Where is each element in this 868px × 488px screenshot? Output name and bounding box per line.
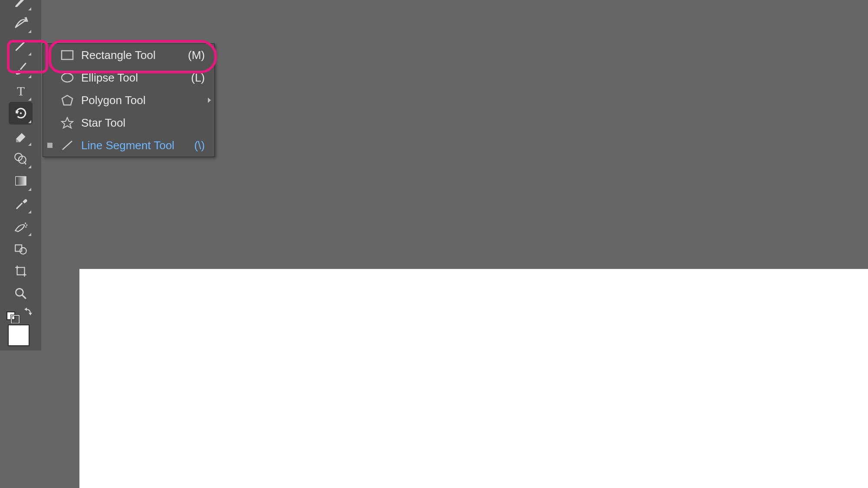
flyout-indicator-icon [28,7,31,10]
star-icon [59,117,75,129]
fill-swatch[interactable] [8,324,30,346]
svg-point-16 [16,288,23,296]
svg-line-0 [16,40,26,50]
artboard-tool[interactable] [9,260,33,282]
flyout-item-shortcut: (\) [179,139,214,152]
submenu-indicator-icon [208,98,211,103]
type-tool[interactable]: T [9,79,33,102]
flyout-indicator-icon [28,143,31,146]
flyout-indicator-icon [28,165,31,168]
rectangle-icon [59,50,75,60]
polygon-icon [59,95,75,106]
flyout-item-label: Polygon Tool [81,94,179,107]
flyout-item-label: Ellipse Tool [81,71,179,85]
symbol-sprayer-tool[interactable] [9,215,33,237]
flyout-item-label: Rectangle Tool [81,49,179,62]
svg-line-25 [62,141,72,150]
toolbar: T [0,0,41,350]
flyout-item-star[interactable]: Star Tool [43,111,214,134]
flyout-indicator-icon [28,120,31,123]
flyout-item-rectangle[interactable]: Rectangle Tool (M) [43,44,214,66]
svg-marker-24 [62,118,73,128]
line-icon [59,139,75,151]
svg-point-7 [26,224,27,226]
fill-stroke-swatches[interactable] [0,324,41,350]
flyout-item-shortcut: (L) [179,71,214,85]
gradient-tool[interactable] [9,170,33,192]
svg-point-22 [62,73,73,82]
svg-text:T: T [16,84,24,98]
canvas-artboard[interactable] [79,269,868,488]
flyout-item-label: Star Tool [81,116,179,130]
svg-rect-11 [17,268,24,275]
flyout-indicator-icon [28,30,31,33]
flyout-item-ellipse[interactable]: Ellipse Tool (L) [43,66,214,89]
flyout-indicator-icon [28,210,31,213]
eyedropper-tool[interactable] [9,192,33,215]
svg-marker-23 [62,95,72,105]
ellipse-icon [59,72,75,83]
rotate-tool[interactable] [9,102,33,124]
zoom-tool[interactable] [9,282,33,305]
flyout-indicator-icon [28,188,31,191]
shape-tool-flyout: Rectangle Tool (M) Ellipse Tool (L) Poly… [43,43,215,157]
flyout-indicator-icon [28,98,31,101]
flyout-item-polygon[interactable]: Polygon Tool [43,89,214,111]
shape-builder-tool[interactable] [9,147,33,170]
svg-point-2 [20,112,21,114]
paintbrush-tool[interactable] [9,57,33,79]
flyout-indicator-icon [28,75,31,78]
fill-stroke-swap[interactable] [0,305,41,324]
svg-rect-5 [16,177,26,185]
line-segment-tool[interactable] [9,34,33,57]
flyout-indicator-icon [28,52,31,56]
flyout-indicator-icon [28,233,31,236]
flyout-item-shortcut: (M) [179,49,214,62]
eraser-tool[interactable] [9,124,33,147]
svg-point-6 [25,223,26,224]
flyout-item-label: Line Segment Tool [81,139,179,152]
curvature-tool[interactable] [9,12,33,34]
pen-tool[interactable] [9,0,33,12]
active-marker-icon [47,143,53,148]
svg-point-8 [25,226,26,228]
flyout-item-line-segment[interactable]: Line Segment Tool (\) [43,134,214,157]
blend-tool[interactable] [9,237,33,260]
svg-line-17 [22,295,26,299]
svg-rect-21 [62,51,73,59]
